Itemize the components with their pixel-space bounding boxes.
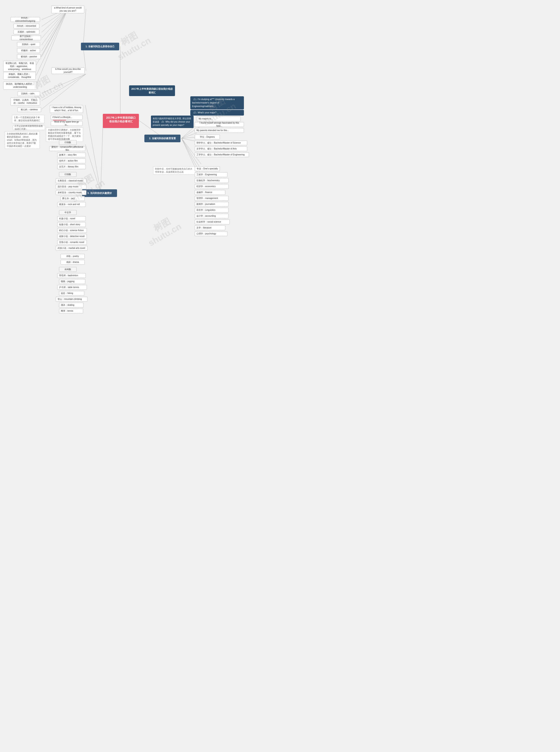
- book-novel: 长篇小说：novel: [57, 216, 86, 221]
- music-rock: 摇滚乐：rock and roll: [57, 202, 86, 207]
- watermark-10: shutu.cn: [146, 221, 183, 248]
- specialty-header: 专业：One's specialty: [195, 166, 220, 171]
- leisure-header: 休闲数: [59, 267, 77, 272]
- major-engineering: 工程学：Engineering: [195, 172, 227, 177]
- question-b-node: b.How would you describe yourself?: [52, 68, 85, 74]
- music-country: 乡村音乐：country music: [56, 190, 86, 195]
- movie-action: 动作片：action film: [57, 158, 86, 163]
- movies-header: 行情数: [59, 140, 77, 145]
- aggressive-node: 有进取心的、有魄力的、有侵犯的：aggressive、enterprising、…: [3, 61, 36, 72]
- conscientious-node: 善于交际的：conscientious: [12, 36, 41, 40]
- svg-line-27: [85, 105, 101, 193]
- right-title-label: 2017年上半年美语四级口语自我介绍必看词汇: [131, 88, 173, 94]
- degree-science: 理学学士、硕士：Bachelor/Master of Science: [195, 140, 247, 145]
- drama-node: 戏剧：drama: [61, 260, 85, 265]
- major-literature: 文学：literature: [195, 226, 225, 230]
- about-node: I have a lot of hobbies. Among which I f…: [50, 105, 83, 113]
- major-biochemistry: 生物化学：biochemistry: [195, 178, 228, 183]
- degree-header: 学位：Degrees: [195, 135, 220, 139]
- center-label: 2017年上半年英语四级口 语自我介绍必看词汇: [106, 116, 136, 123]
- movie-romance: 爱情片：romance/film;affectional film: [49, 146, 85, 151]
- major-management: 管理学：management: [195, 196, 228, 201]
- section-1-node: 1. 当被问到怎么形容你自己: [81, 43, 119, 50]
- sport-tabletennis: 乒乓球：table tennis: [57, 285, 87, 290]
- svg-line-10: [42, 9, 68, 57]
- svg-line-12: [36, 9, 68, 76]
- major-journalism: 新闻学：journalism: [195, 202, 228, 207]
- section-3-label: 3. 当问到你的兴趣爱好: [87, 192, 112, 195]
- svg-line-17: [42, 74, 86, 109]
- section-2-label: 2. 当被问到你的教育背景: [149, 137, 176, 140]
- movie-story: 故事片：story film: [57, 153, 86, 157]
- major-finance: 金融学：finance: [195, 190, 225, 195]
- specialty-ans1: I found myself strongly fascinated by th…: [195, 122, 244, 127]
- sport-hiking: 远足：hiking: [59, 291, 84, 296]
- understanding-node: 体谅的、能理解他人感受的：understanding: [3, 82, 37, 90]
- lifestyle1-node: if there's a lifestyle...: [51, 115, 82, 120]
- intro-q1: （1）I'm studying at*** University towards…: [192, 98, 242, 108]
- center-node: 2017年上半年英语四级口 语自我介绍必看词汇: [103, 114, 139, 128]
- section-2-node: 2. 当被问到你的教育背景: [144, 135, 180, 142]
- tip2-node: 2.不认识的单词请用同音或相似词汇代替：: [13, 125, 45, 130]
- svg-line-9: [42, 9, 68, 51]
- major-psychology: 心理学：psychology: [195, 231, 227, 236]
- sport-jogging: 慢跑：jogging: [59, 279, 85, 284]
- active-node: 积极的：active: [17, 48, 40, 53]
- specialty-ans2: My parents intended me for this...: [195, 128, 244, 133]
- svg-line-8: [42, 9, 68, 45]
- svg-line-28: [85, 144, 101, 193]
- sport-tennis: 网球：tennis: [59, 309, 83, 313]
- right-title-box: 2017年上半年美语四级口语自我介绍必看词汇: [129, 85, 175, 96]
- major-linguistics: 语言学：Linguistics: [195, 208, 228, 213]
- major-socialscience: 社会科学：social science: [195, 219, 230, 224]
- extroverted-node: 外向的：extroverted/outgoing: [11, 17, 40, 22]
- lifestyle2-node: Most of my spare time go in...: [51, 121, 82, 126]
- main-canvas: 2017年上半年英语四级口 语自我介绍必看词汇 2017年上半年美语四级口语自我…: [0, 0, 560, 752]
- svg-line-2: [101, 127, 103, 193]
- section-1-label: 1. 当被问到怎么形容你自己: [85, 45, 115, 48]
- introverted-node: 内向的：introverted: [14, 24, 39, 28]
- specialty-question-node: 表四六级的同学都应在大学里, 所以回答应该是 （3）Why did you ch…: [151, 116, 194, 128]
- major-answer-node: My majors is...: [197, 116, 241, 121]
- intro-q2-node: （2）What's your major?: [190, 110, 244, 116]
- svg-line-16: [42, 74, 86, 101]
- watermark-3: 树图: [119, 29, 140, 49]
- question-a-label: a.What kind of person would you say you …: [54, 6, 82, 12]
- music-jazz: 爵士乐：jazz: [61, 196, 85, 201]
- major-accounting: 会计学：accounting: [195, 214, 228, 218]
- svg-line-3: [83, 9, 86, 46]
- tip1-node: 1.而一个意思相近的多个单词，建议优先使用高频词汇: [12, 115, 44, 123]
- optimistic-node: 乐观的：optimistic: [14, 30, 39, 34]
- major-note: 到初中后，你对可能被追相关自己的大学和专业，应该用英文怎么说: [153, 166, 196, 175]
- quiet-node: 安静的：quiet: [17, 42, 40, 47]
- watermark-9: 树图: [152, 215, 173, 235]
- book-martial: 武侠小说：martial arts novel: [56, 246, 87, 251]
- book-short: 短篇小说：short story: [57, 222, 86, 227]
- svg-line-15: [42, 74, 86, 93]
- book-romantic: 言情小说：romantic novel: [57, 240, 87, 245]
- sport-mountainclimbing: 登山：mountain-climbing: [56, 297, 87, 302]
- section-3-node: 3. 当问到你的兴趣爱好: [82, 189, 117, 197]
- book-detective: 侦探小说：detective novel: [57, 234, 87, 239]
- passive-node: 被动的：passive: [17, 54, 41, 59]
- sport-skating: 溜冰：skating: [59, 303, 84, 308]
- careless-node: 粗心的：careless: [18, 107, 41, 112]
- degree-arts: 文学学士、硕士：Bachelor/Master of Arts: [195, 147, 247, 151]
- calm-node: 沉静的：calm、: [18, 91, 40, 96]
- tip3-node: 3.但请使用熟悉的词汇,因此比重要的是我就sut、clever、smart、br…: [5, 131, 40, 149]
- music-pop: 流行音乐：pop music: [56, 184, 86, 189]
- considerate-node: 体恤的、善解人意的：considerate、thoughtful: [3, 72, 36, 80]
- intro-questions-node: （1）I'm studying at*** University towards…: [190, 96, 244, 110]
- watermark-4: shutu.cn: [116, 35, 153, 62]
- major-economics: 经济学：economics: [195, 184, 228, 189]
- question-a-node: a.What kind of person would you say you …: [52, 5, 84, 13]
- sport-badminton: 羽毛球：badminton: [57, 273, 86, 278]
- poetry-node: 诗歌：poetry: [61, 254, 85, 259]
- careful-node: 仔细的、认真的、不粗心的：careful、meticulous: [11, 98, 40, 105]
- connector-lines: [0, 0, 560, 752]
- degree-engineering: 工学学士、硕士：Bachelor/Master of Engineering: [195, 152, 249, 157]
- book-scifi: 科幻小说：science fiction: [57, 228, 87, 233]
- movie-literary: 文艺片：literary film: [57, 165, 86, 169]
- lifestyle-note: 大家向同学们调查好，大多数同学都喜欢空闲时间看着电影，看下当然最好的成绩这个一下…: [46, 128, 83, 142]
- books-header: 中文学: [59, 210, 77, 215]
